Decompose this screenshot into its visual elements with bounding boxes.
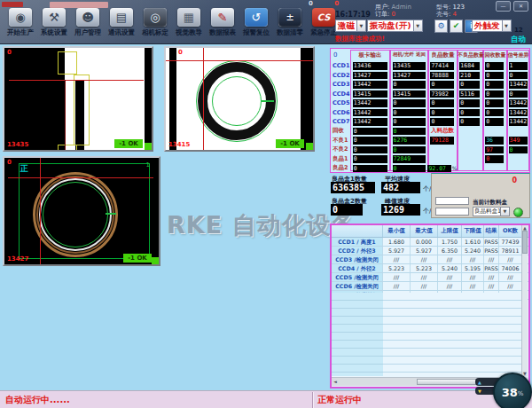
toolbar-button[interactable]: ✎ 数据报表 [206, 8, 239, 37]
vibrator-dropdown[interactable]: 振动盘(开) ▼ [367, 20, 423, 32]
ccd-count-row: CCD4 13415 13415 73982 5116 0 0 [331, 90, 529, 99]
recycle-count-value: 0 [485, 81, 504, 89]
toolbar-button[interactable]: ▦ 视觉教导 [172, 8, 206, 37]
recycle-count-value: 0 [485, 62, 504, 70]
board-output-value: 0 [353, 155, 387, 163]
result-row[interactable]: CCD1 / 高度1 1.680 0.000 1.750 1.610 PASS … [332, 238, 528, 247]
ok-count-value: 77439 [499, 238, 522, 246]
max-value: 5.223 [411, 264, 438, 272]
report-icon: ✎ [211, 8, 234, 27]
row-label: CCD1 [331, 62, 350, 69]
column-header: 最大值 [411, 225, 438, 237]
status-chip [306, 143, 313, 150]
max-value: /// [411, 282, 438, 290]
ng2-row: 不良2 0 0 97 0 [331, 145, 529, 155]
result-row[interactable]: CCD5 /检测关闭 /// /// /// /// /// /// [332, 273, 528, 282]
shell-info: 壳号: 4 [436, 10, 457, 19]
net-down-icon: ▼ [478, 388, 481, 394]
table-header-row: 最小值 最大值 上限值 下限值 结果 OK数 [332, 225, 528, 238]
bad-count-value: 0 [459, 109, 480, 117]
row-label: CCD5 [331, 99, 350, 106]
chevron-down-icon[interactable]: ▼ [503, 20, 512, 32]
avg-speed-value: 482 [381, 182, 420, 193]
total-feed-value: 79128 [430, 137, 454, 145]
toolbar-button[interactable]: ▤ 通讯设置 [105, 8, 138, 37]
camera-view-2[interactable]: 0 13415 -1 OK [164, 46, 315, 152]
net-up-icon: ▲ [478, 380, 481, 385]
column-header: 结果 [484, 225, 499, 237]
measurement-label: CCD1 / 高度1 [332, 238, 383, 246]
upper-limit-value: /// [438, 255, 462, 263]
recycle-count-value: 0 [485, 155, 504, 163]
hopper-input-2[interactable] [435, 208, 469, 216]
scroll-left-icon[interactable]: ◄ [332, 378, 339, 386]
camera-view-1[interactable]: 0 13435 -1 OK [3, 46, 153, 152]
toolbar-button[interactable]: ± 数据清零 [273, 8, 307, 37]
check-icon[interactable]: ✔ [450, 20, 463, 33]
result-row[interactable]: CCD3 /检测关闭 /// /// /// /// /// /// [332, 255, 528, 264]
hopper-counter: 0 [512, 177, 517, 184]
chevron-down-icon[interactable]: ▼ [501, 207, 510, 216]
good-count-value: 0 [430, 109, 454, 117]
chevron-down-icon[interactable]: ▼ [414, 20, 423, 32]
crosshair-line [166, 60, 313, 61]
toolbar-button[interactable]: ☻ 用户管理 [71, 8, 105, 37]
toolbar-button[interactable]: ↺ 报警复位 [239, 8, 273, 37]
result-row[interactable]: CCD6 /检测关闭 /// /// /// /// /// /// [332, 282, 528, 291]
trigger-mode-dropdown[interactable]: 外触发 ▼ [472, 20, 512, 32]
scrollbar-thumb[interactable] [417, 379, 477, 385]
bad-count-value: 0 [459, 99, 480, 107]
peak-speed-value: 1269 [381, 204, 420, 216]
ok-count-value: 78911 [499, 247, 522, 255]
ok2-row: 良品2 0 0 92.07 % [331, 164, 529, 174]
toolbar-button[interactable]: ◎ 相机标定 [138, 8, 172, 37]
scrollbar-thumb[interactable] [522, 231, 528, 254]
result-row[interactable]: CCD2 / 外径3 5.927 5.927 6.350 5.240 PASS … [332, 247, 528, 255]
result-row[interactable]: CCD4 / 外径2 5.223 5.223 5.240 5.195 PASS … [332, 264, 528, 273]
column-header [332, 225, 383, 237]
min-value: /// [383, 255, 411, 263]
max-value: /// [411, 273, 438, 281]
camera-return-value: 13415 [393, 90, 426, 98]
camera-return-value: 72849 [393, 155, 426, 163]
max-value: /// [411, 255, 438, 263]
excite-dropdown[interactable]: 激磁 ▼ [335, 20, 366, 32]
current-box-dropdown[interactable]: 良品料盒1 ▼ [473, 207, 510, 216]
toolbar-button[interactable]: ◉ 开始生产 [4, 8, 37, 37]
hopper-input-1[interactable] [435, 197, 469, 205]
lower-limit-value: /// [462, 282, 484, 290]
upper-limit-value: 5.240 [438, 264, 462, 272]
column-header: 板卡输出 [350, 51, 390, 59]
minimize-icon[interactable]: — [496, 1, 511, 12]
recycle-count-value: 0 [485, 109, 504, 117]
signal-diff-value: 13442 [509, 81, 528, 89]
board-output-value: 13442 [353, 118, 387, 126]
measure-tick [106, 213, 116, 215]
camera-return-value: 0 [393, 128, 426, 136]
gear-icon[interactable]: ⚙ [434, 20, 448, 33]
chevron-down-icon[interactable]: ▼ [357, 20, 366, 32]
signal-diff-value: 13442 [509, 109, 528, 117]
result-value: /// [484, 282, 499, 290]
measurement-label: CCD2 / 外径3 [332, 247, 383, 255]
close-icon[interactable]: ✕ [513, 1, 528, 12]
good-count-value: 0 [430, 99, 454, 107]
ccd-count-row: CCD1 13436 13435 77414 1684 0 1 [331, 61, 529, 71]
net-monitor-overlay[interactable]: ▲ 0 K/s ▼ 0 K/s 38 % [475, 378, 523, 396]
row-label: 良品2 [331, 164, 350, 172]
percent-sign: % [518, 390, 524, 397]
panel-corner-counter: 0 [333, 51, 337, 59]
row-label: 良品1 [331, 155, 350, 163]
vertical-scrollbar[interactable]: ▲ ▼ [521, 225, 528, 376]
camera-view-3[interactable]: 正 1 0 13427 -1 OK [3, 156, 160, 266]
toolbar-button[interactable]: ⚒ 系统设置 [37, 8, 71, 37]
clock-text: 16:17:19 [335, 11, 371, 19]
crosshair-line [40, 158, 41, 264]
toolbar-buttons: ◉ 开始生产 ⚒ 系统设置 ☻ 用户管理 ▤ 通讯设置 [4, 8, 307, 37]
cpu-percent-value: 38 [502, 386, 518, 399]
recycle-count-value: 0 [485, 72, 504, 80]
column-header: 最小值 [383, 225, 411, 237]
board-output-value: 0 [353, 128, 387, 136]
cpu-usage-circle[interactable]: 38 % [493, 373, 532, 408]
roi-rect [58, 51, 77, 75]
